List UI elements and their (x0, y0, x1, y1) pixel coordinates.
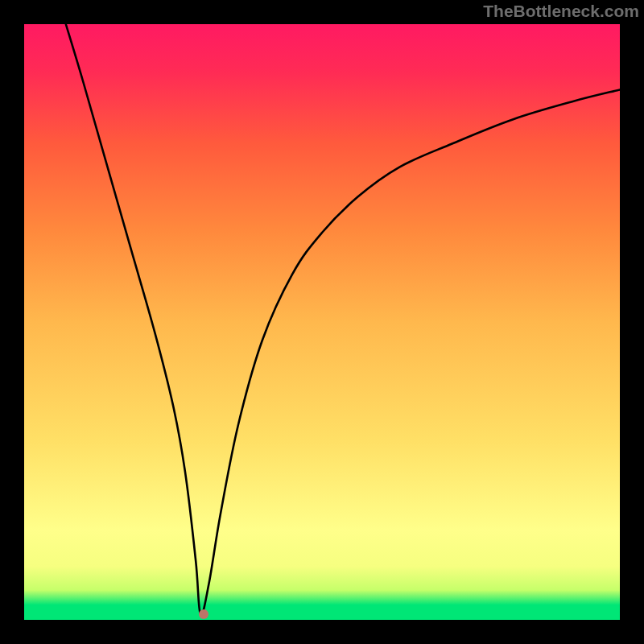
watermark-text: TheBottleneck.com (483, 2, 639, 21)
bottleneck-curve (24, 24, 620, 620)
chart-plot-area (24, 24, 620, 620)
bottleneck-marker (199, 609, 208, 619)
chart-frame: TheBottleneck.com (0, 0, 644, 644)
